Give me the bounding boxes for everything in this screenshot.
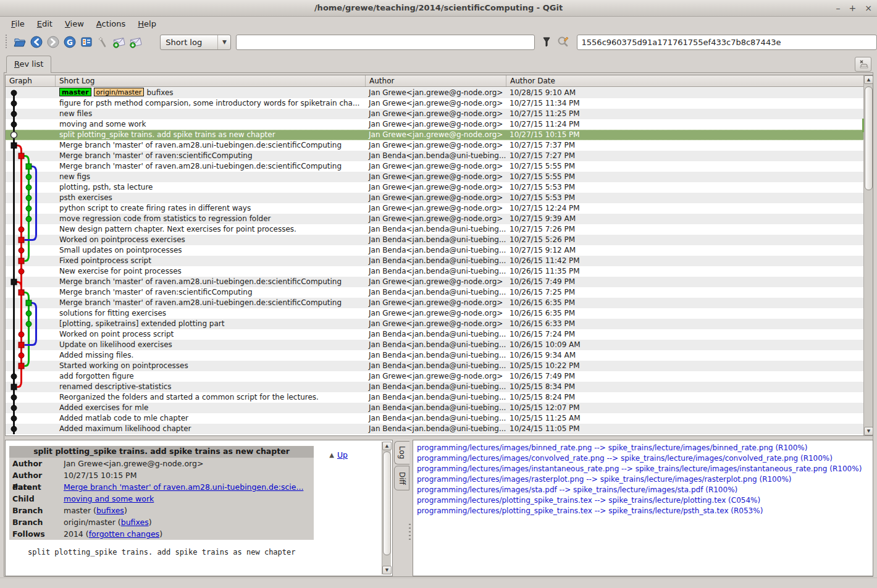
tab-log[interactable]: Log	[394, 441, 409, 464]
panel-splitter[interactable]	[409, 524, 411, 540]
rev-row[interactable]: Added missing files.Jan Benda<jan.benda@…	[6, 350, 863, 361]
rev-row[interactable]: new filesJan Grewe<jan.grewe@g-node.org>…	[6, 109, 863, 119]
scroll-up-icon[interactable]: ▲	[864, 75, 873, 84]
rev-row[interactable]: python script to create firing rates in …	[6, 203, 863, 214]
scrollbar-thumb[interactable]	[383, 452, 391, 555]
rev-row[interactable]: Merge branch 'master' of raven.am28.uni-…	[6, 298, 863, 308]
rev-row[interactable]: Added exercises for mleJan Benda<jan.ben…	[6, 403, 863, 413]
menu-bar: File Edit View Actions Help	[0, 17, 877, 31]
rev-row[interactable]: Fixed pointprocess scriptJan Benda<jan.b…	[6, 256, 863, 266]
rev-row[interactable]: Added matlab code to mle chapterJan Bend…	[6, 413, 863, 424]
menu-help[interactable]: Help	[132, 17, 162, 30]
column-header-graph[interactable]: Graph	[6, 75, 56, 86]
short-log-cell: Worked on point process script	[56, 329, 366, 340]
short-log-cell: split plotting_spike trains. add spike t…	[56, 130, 366, 140]
reload-button[interactable]: G	[61, 34, 78, 51]
short-log-cell: [plotting, spiketrains] extended plottin…	[56, 319, 366, 329]
scrollbar-thumb[interactable]	[865, 86, 873, 190]
detail-field: Childmoving and some work	[9, 493, 314, 505]
rev-row[interactable]: masterorigin/masterbufixesJan Grewe<jan.…	[6, 88, 863, 98]
rev-row[interactable]: new figsJan Grewe<jan.grewe@g-node.org>1…	[6, 172, 863, 182]
short-log-cell: Small updates on pointprocesses	[56, 245, 366, 256]
author-date-cell: 10/25/15 12:07 PM	[506, 403, 863, 413]
open-repo-button[interactable]	[12, 34, 28, 51]
author-date-cell: 10/28/15 9:10 AM	[506, 88, 863, 98]
file-rename-line[interactable]: programming/lectures/images/binned_rate.…	[417, 443, 873, 453]
toolbar-handle[interactable]	[6, 35, 9, 49]
maximize-button[interactable]: +	[849, 4, 857, 12]
field-label: Branch	[9, 516, 64, 528]
view-button[interactable]	[78, 34, 94, 51]
menu-actions[interactable]: Actions	[90, 17, 132, 30]
field-value: 10/27/15 10:15 PM	[64, 469, 314, 481]
filter-button[interactable]	[539, 34, 555, 51]
rev-row[interactable]: Reorganized the folders and started a co…	[6, 392, 863, 403]
column-header-author-date[interactable]: Author Date	[506, 75, 863, 86]
rev-row[interactable]: Merge branch 'master' of raven.am28.uni-…	[6, 277, 863, 287]
rev-list-scrollbar[interactable]: ▲ ▼	[863, 75, 873, 435]
rev-row[interactable]: Started working on pointprocessesJan Ben…	[6, 361, 863, 371]
close-tab-button[interactable]	[855, 57, 871, 72]
rev-row[interactable]: figure for psth method comparsion, some …	[6, 98, 863, 109]
column-header-short-log[interactable]: Short Log	[56, 75, 366, 86]
rev-row[interactable]: add forgotten figureJan Grewe<jan.grewe@…	[6, 371, 863, 382]
rev-row[interactable]: move regression code from statistics to …	[6, 214, 863, 224]
commit-link[interactable]: Merge branch 'master' of raven.am28.uni-…	[64, 482, 303, 492]
detail-scrollbar[interactable]: ▲ ▼	[382, 442, 391, 574]
rev-row[interactable]: Small updates on pointprocessesJan Benda…	[6, 245, 863, 256]
tab-diff[interactable]: Diff	[394, 466, 409, 490]
rev-row[interactable]: split plotting_spike trains. add spike t…	[6, 130, 863, 140]
ref-link[interactable]: bufixes	[96, 506, 124, 515]
rev-row[interactable]: plotting, psth, sta lectureJan Grewe<jan…	[6, 182, 863, 193]
sha-input[interactable]	[577, 35, 877, 50]
menu-file[interactable]: File	[5, 17, 31, 30]
rev-row[interactable]: renamed descriptive-statisticsJan Benda<…	[6, 382, 863, 392]
commit-link[interactable]: moving and some work	[64, 494, 154, 503]
short-log-cell: Fixed pointprocess script	[56, 256, 366, 266]
forward-button[interactable]	[45, 34, 62, 51]
author-date-cell: 10/27/15 5:53 PM	[506, 182, 863, 193]
rev-row[interactable]: Merge branch 'master' of raven.am28.uni-…	[6, 161, 863, 172]
menu-edit[interactable]: Edit	[31, 17, 59, 30]
rev-row[interactable]: Worked on pointprocess exercisesJan Bend…	[6, 235, 863, 245]
apply-patch-button[interactable]	[128, 34, 145, 51]
rev-row[interactable]: [plotting, spiketrains] extended plottin…	[6, 319, 863, 329]
rev-row[interactable]: Merge branch 'master' of raven:scientifi…	[6, 287, 863, 298]
file-rename-line[interactable]: programming/lectures/images/convolved_ra…	[417, 453, 873, 464]
file-rename-line[interactable]: programming/lectures/images/instantaneou…	[417, 464, 873, 474]
rev-row[interactable]: Merge branch 'master' of raven.am28.uni-…	[6, 140, 863, 151]
ref-link[interactable]: bufixes	[121, 518, 149, 527]
highlight-search-button[interactable]	[555, 34, 572, 51]
ref-link[interactable]: forgotten changes	[89, 529, 159, 539]
chevron-down-icon: ▼	[217, 35, 230, 49]
search-input[interactable]	[236, 35, 534, 50]
close-button[interactable]: ×	[865, 4, 872, 12]
up-link[interactable]: Up	[337, 450, 348, 460]
scroll-down-icon[interactable]: ▼	[382, 566, 392, 574]
file-rename-line[interactable]: programming/lectures/plotting_spike_trai…	[417, 495, 873, 506]
rev-row[interactable]: Worked on point process scriptJan Benda<…	[6, 329, 863, 340]
scroll-selection-marker	[862, 119, 864, 132]
rev-row[interactable]: New exercise for point processesJan Bend…	[6, 266, 863, 277]
log-view-combobox[interactable]: Short log ▼	[160, 35, 231, 50]
rev-row[interactable]: Merge branch 'master' of raven:scientifi…	[6, 151, 863, 161]
file-rename-line[interactable]: programming/lectures/plotting_spike_trai…	[417, 506, 873, 516]
scroll-down-icon[interactable]: ▼	[864, 427, 873, 435]
rev-row[interactable]: New design pattern chapter. Next exercis…	[6, 224, 863, 235]
tab-rev-list[interactable]: Rev list	[6, 56, 51, 73]
rev-row[interactable]: Added maximum likelihood chapterJan Bend…	[6, 424, 863, 434]
back-button[interactable]	[28, 34, 45, 51]
author-date-cell: 10/26/15 6:35 PM	[506, 308, 863, 319]
menu-view[interactable]: View	[59, 17, 90, 30]
rev-row[interactable]: Update on likelihood exercisesJan Benda<…	[6, 340, 863, 350]
minimize-button[interactable]: –	[836, 4, 841, 12]
rev-row[interactable]: solutions for fitting exercisesJan Grewe…	[6, 308, 863, 319]
scroll-up-icon[interactable]: ▲	[382, 442, 392, 450]
file-rename-line[interactable]: programming/lectures/images/sta.pdf --> …	[417, 485, 873, 495]
save-patch-button[interactable]	[111, 34, 128, 51]
file-rename-line[interactable]: programming/lectures/images/rasterplot.p…	[417, 474, 873, 485]
column-header-author[interactable]: Author	[366, 75, 506, 86]
rev-row[interactable]: psth exercisesJan Grewe<jan.grewe@g-node…	[6, 193, 863, 203]
mark-button[interactable]	[94, 34, 111, 51]
rev-row[interactable]: moving and some workJan Grewe<jan.grewe@…	[6, 119, 863, 130]
